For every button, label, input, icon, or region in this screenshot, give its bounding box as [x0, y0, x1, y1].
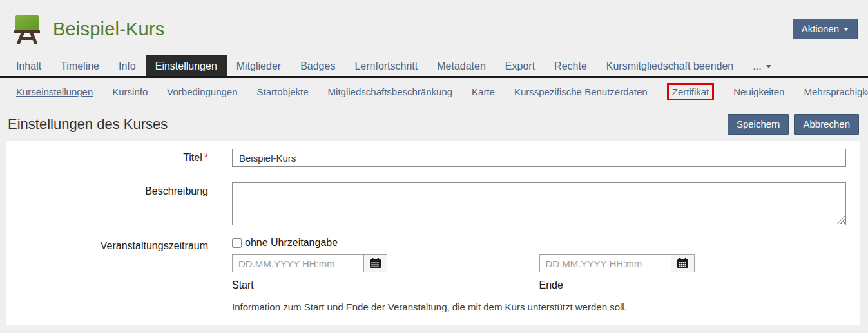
- description-textarea[interactable]: [232, 182, 846, 225]
- subtab-karte[interactable]: Karte: [472, 86, 495, 97]
- calendar-icon: [370, 258, 381, 270]
- start-caption: Start: [232, 280, 539, 291]
- cancel-button[interactable]: Abbrechen: [794, 114, 859, 135]
- subtab-kurseinstellungen[interactable]: Kurseinstellungen: [16, 86, 93, 97]
- tab-einstellungen[interactable]: Einstellungen: [146, 55, 227, 76]
- tab-overflow-menu[interactable]: ...: [743, 55, 777, 76]
- period-start-group: Start: [232, 254, 539, 291]
- subtab-neuigkeiten[interactable]: Neuigkeiten: [733, 86, 784, 97]
- subtab-bar: Kurseinstellungen Kursinfo Vorbedingunge…: [0, 78, 868, 104]
- tab-rechte[interactable]: Rechte: [545, 55, 597, 76]
- no-time-checkbox-label[interactable]: ohne Uhrzeitangabe: [245, 237, 338, 249]
- start-date-input[interactable]: [232, 254, 364, 272]
- period-info-text: Information zum Start und Ende der Veran…: [232, 301, 846, 312]
- start-calendar-button[interactable]: [363, 254, 387, 272]
- tab-lernfortschritt[interactable]: Lernfortschritt: [345, 55, 427, 76]
- course-settings-form: Titel* Beschreibung Veranstaltungszeitra…: [6, 141, 860, 325]
- section-heading: Einstellungen des Kurses: [8, 116, 728, 133]
- description-label: Beschreibung: [6, 182, 208, 225]
- page-title: Beispiel-Kurs: [53, 19, 164, 40]
- form-row-description: Beschreibung: [6, 182, 846, 225]
- caret-down-icon: [766, 65, 771, 68]
- form-row-title: Titel*: [6, 149, 846, 167]
- period-end-group: Ende: [539, 254, 847, 291]
- subtab-startobjekte[interactable]: Startobjekte: [257, 86, 309, 97]
- subtab-mehrsprachigkeit[interactable]: Mehrsprachigkeit: [804, 86, 868, 97]
- end-calendar-button[interactable]: [671, 254, 695, 272]
- title-input[interactable]: [232, 149, 846, 167]
- subtab-mitgliedschaftsbeschraenkung[interactable]: Mitgliedschaftsbeschränkung: [328, 86, 452, 97]
- end-date-input[interactable]: [539, 254, 671, 272]
- tab-export[interactable]: Export: [496, 55, 545, 76]
- no-time-checkbox[interactable]: [232, 238, 242, 248]
- subtab-vorbedingungen[interactable]: Vorbedingungen: [167, 86, 237, 97]
- tab-mitglieder[interactable]: Mitglieder: [227, 55, 291, 76]
- subtab-kursinfo[interactable]: Kursinfo: [112, 86, 148, 97]
- tab-metadaten[interactable]: Metadaten: [427, 55, 496, 76]
- actions-button[interactable]: Aktionen: [793, 19, 858, 39]
- tab-overflow-label: ...: [753, 61, 761, 71]
- required-marker: *: [204, 152, 208, 163]
- subtab-zertifikat[interactable]: Zertifikat: [667, 83, 715, 100]
- period-label: Veranstaltungszeitraum: [6, 237, 208, 312]
- end-caption: Ende: [539, 280, 847, 291]
- course-easel-icon: [14, 15, 40, 44]
- tab-inhalt[interactable]: Inhalt: [6, 55, 51, 76]
- tab-info[interactable]: Info: [109, 55, 146, 76]
- tab-kursmitgliedschaft-beenden[interactable]: Kursmitgliedschaft beenden: [597, 55, 743, 76]
- save-button[interactable]: Speichern: [728, 114, 789, 135]
- tab-bar: Inhalt Timeline Info Einstellungen Mitgl…: [0, 55, 868, 78]
- caret-down-icon: [844, 28, 849, 31]
- tab-badges[interactable]: Badges: [291, 55, 345, 76]
- calendar-icon: [677, 258, 688, 270]
- page-header: Beispiel-Kurs Aktionen: [0, 0, 868, 55]
- title-label: Titel*: [6, 149, 208, 167]
- form-row-period: Veranstaltungszeitraum ohne Uhrzeitangab…: [6, 237, 846, 312]
- tab-timeline[interactable]: Timeline: [51, 55, 109, 76]
- subtab-kursspezifische-benutzerdaten[interactable]: Kursspezifische Benutzerdaten: [514, 86, 648, 97]
- actions-button-label: Aktionen: [802, 23, 839, 34]
- section-toolbar: Einstellungen des Kurses Speichern Abbre…: [0, 104, 868, 141]
